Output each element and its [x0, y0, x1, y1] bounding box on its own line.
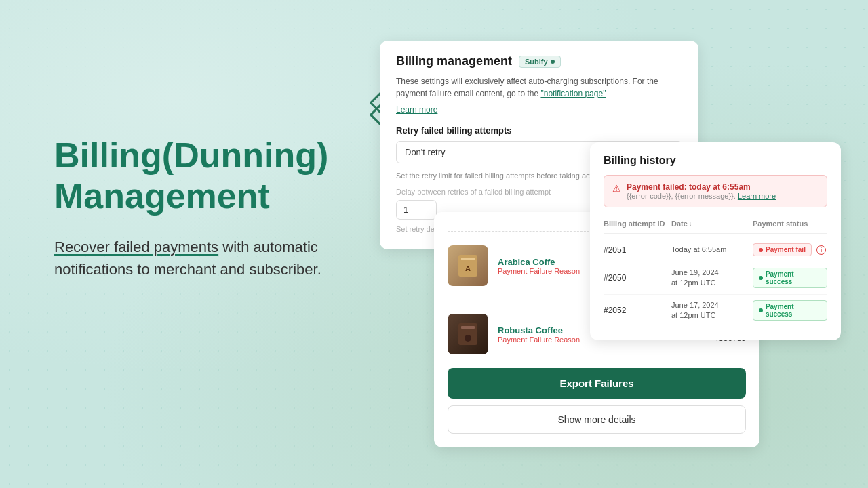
subify-badge: Subify: [519, 56, 561, 68]
billing-history-card: Billing history ⚠ Payment failed: today …: [590, 142, 841, 340]
left-section: Billing(Dunning) Management Recover fail…: [54, 136, 380, 281]
svg-point-5: [465, 335, 471, 342]
status-2052: Payment success: [753, 300, 827, 321]
attempt-id-2052: #2052: [604, 306, 671, 315]
ui-cards-container: Billing management Subify These settings…: [380, 41, 841, 447]
delay-input[interactable]: 1: [396, 200, 437, 220]
date-2051: Today at 6:55am: [671, 245, 753, 255]
retry-label: Retry failed billing attempts: [396, 125, 682, 136]
svg-text:A: A: [465, 264, 471, 272]
main-title: Billing(Dunning) Management: [54, 136, 380, 217]
table-row: #2052 June 17, 2024at 12pm UTC Payment s…: [604, 295, 827, 327]
alert-learn-more[interactable]: Learn more: [738, 192, 776, 200]
fail-dot: [759, 248, 763, 252]
attempt-id-2050: #2050: [604, 273, 671, 283]
arabica-image: A: [448, 245, 488, 286]
subtitle: Recover failed payments with automatic n…: [54, 236, 380, 281]
status-2051: Payment fail i: [753, 243, 827, 256]
card-header: Billing management Subify: [396, 54, 682, 68]
card-description: These settings will exclusively affect a…: [396, 75, 682, 100]
table-header: Billing attempt ID Date ↓ Payment status: [604, 217, 827, 234]
success-badge-2: Payment success: [753, 300, 827, 321]
col-status: Payment status: [753, 220, 827, 228]
history-title: Billing history: [604, 155, 827, 167]
subtitle-highlight: Recover failed payments: [54, 239, 218, 256]
show-more-button[interactable]: Show more details: [448, 405, 746, 434]
success-dot-2: [759, 308, 763, 312]
col-date: Date ↓: [671, 220, 753, 228]
alert-title: Payment failed: today at 6:55am: [627, 182, 776, 192]
alert-subtitle: {{error-code}}, {{error-message}}. Learn…: [627, 192, 776, 200]
table-row: #2050 June 19, 2024at 12pm UTC Payment s…: [604, 262, 827, 295]
badge-dot: [551, 60, 555, 64]
learn-more-link[interactable]: Learn more: [396, 105, 682, 115]
success-dot: [759, 276, 763, 280]
fail-badge: Payment fail: [753, 243, 812, 256]
status-2050: Payment success: [753, 268, 827, 288]
robusta-image: [448, 314, 488, 354]
attempt-id-2051: #2051: [604, 245, 671, 255]
success-badge: Payment success: [753, 268, 827, 288]
payment-failed-alert: ⚠ Payment failed: today at 6:55am {{erro…: [604, 175, 827, 207]
svg-rect-4: [461, 326, 475, 329]
info-icon[interactable]: i: [816, 245, 826, 255]
svg-rect-1: [461, 258, 475, 260]
alert-icon: ⚠: [612, 183, 621, 194]
card-title: Billing management: [396, 54, 512, 68]
col-attempt-id: Billing attempt ID: [604, 220, 671, 228]
notification-link[interactable]: "notification page": [540, 89, 606, 98]
table-row: #2051 Today at 6:55am Payment fail i: [604, 238, 827, 262]
date-2050: June 19, 2024at 12pm UTC: [671, 268, 753, 289]
export-failures-button[interactable]: Export Failures: [448, 368, 746, 399]
date-2052: June 17, 2024at 12pm UTC: [671, 300, 753, 321]
